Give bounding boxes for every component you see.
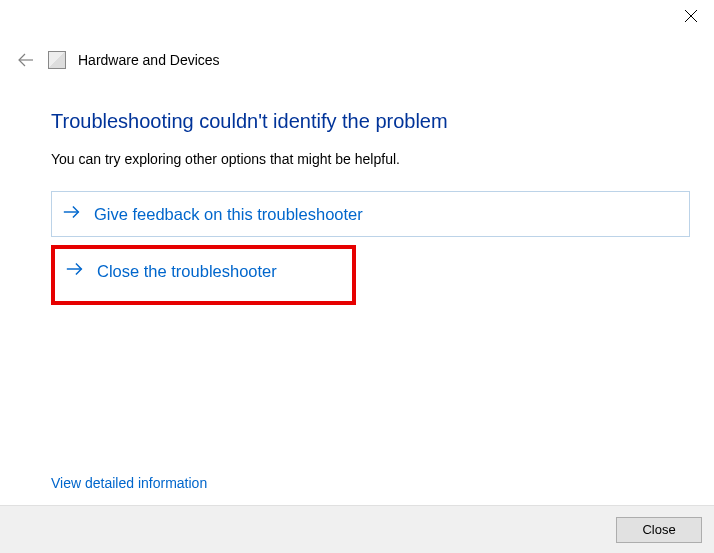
page-title: Troubleshooting couldn't identify the pr… [51,110,690,133]
content-area: Troubleshooting couldn't identify the pr… [51,110,690,305]
hardware-devices-icon [48,51,66,69]
close-button[interactable]: Close [616,517,702,543]
back-button[interactable] [16,50,36,70]
titlebar [668,0,714,32]
window-close-button[interactable] [668,0,714,32]
header-title: Hardware and Devices [78,52,220,68]
option-label: Close the troubleshooter [97,262,277,281]
header: Hardware and Devices [16,50,698,70]
page-subtext: You can try exploring other options that… [51,151,690,167]
close-troubleshooter-option[interactable]: Close the troubleshooter [57,255,350,287]
give-feedback-option[interactable]: Give feedback on this troubleshooter [51,191,690,237]
back-arrow-icon [16,50,36,70]
option-label: Give feedback on this troubleshooter [94,205,363,224]
footer: Close [0,505,714,553]
close-icon [685,10,697,22]
close-troubleshooter-highlight: Close the troubleshooter [51,245,356,305]
view-detailed-information-link[interactable]: View detailed information [51,475,207,491]
arrow-right-icon [65,261,85,281]
arrow-right-icon [62,204,82,224]
